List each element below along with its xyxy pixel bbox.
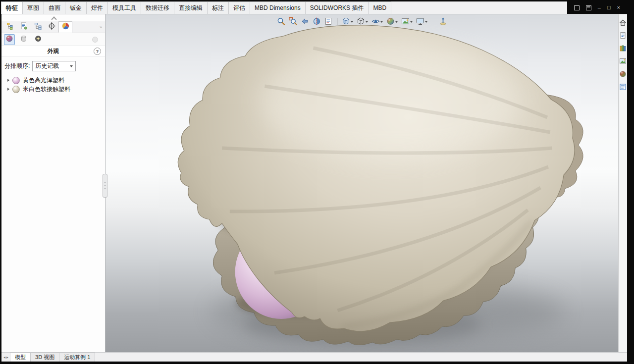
dimxpert-crosshair-icon <box>48 22 56 32</box>
expand-caret-icon[interactable] <box>7 88 9 91</box>
view-settings-icon[interactable] <box>415 16 428 27</box>
edit-appearance-icon[interactable] <box>385 16 399 27</box>
tab-3d-views[interactable]: 3D 视图 <box>30 353 59 362</box>
zoom-to-area-icon[interactable] <box>287 16 298 27</box>
ribbon-tab-markup[interactable]: 标注 <box>207 1 229 14</box>
zoom-to-fit-icon[interactable] <box>275 16 286 27</box>
design-library-icon[interactable] <box>619 44 627 52</box>
maximize-button[interactable]: □ <box>607 5 611 10</box>
heads-up-view-toolbar <box>275 16 448 27</box>
dynamic-annotation-views-icon[interactable] <box>323 16 334 27</box>
ribbon-tab-mbd[interactable]: MBD <box>368 1 391 14</box>
ribbon-tab-data-migration[interactable]: 数据迁移 <box>141 1 174 14</box>
ribbon-tab-label: 曲面 <box>49 4 60 12</box>
panel-title: 外观 <box>48 47 59 55</box>
sort-order-dropdown[interactable]: 历史记载 <box>32 61 76 71</box>
graphics-area[interactable] <box>106 14 618 353</box>
feature-manager-panel: » <box>1 14 106 353</box>
tab-featuremanager-design-tree[interactable] <box>3 21 17 33</box>
tab-propertymanager[interactable] <box>17 21 31 33</box>
appearance-sphere-icon <box>12 86 20 93</box>
tab-configurationmanager[interactable] <box>31 21 45 33</box>
ribbon-tab-sheet-metal[interactable]: 钣金 <box>65 1 87 14</box>
scene-lights-icon <box>34 35 42 45</box>
ribbon-tab-label: 直接编辑 <box>179 4 203 12</box>
ribbon-tab-solidworks-addins[interactable]: SOLIDWORKS 插件 <box>305 1 369 14</box>
tree-item-appearance-1[interactable]: 黄色高光泽塑料 <box>1 76 105 85</box>
ribbon-tab-mold-tools[interactable]: 模具工具 <box>107 1 141 14</box>
sort-order-value: 历史记载 <box>35 62 59 70</box>
status-tab-label: 3D 视图 <box>35 354 54 361</box>
view-palette-icon[interactable] <box>619 57 627 65</box>
task-pane-strip <box>618 14 627 353</box>
decal-cylinder-icon <box>20 35 28 45</box>
solidworks-resources-icon[interactable] <box>619 31 627 39</box>
ribbon-tab-sketch[interactable]: 草图 <box>22 1 44 14</box>
ribbon-tab-label: 模具工具 <box>112 4 136 12</box>
displaymanager-toolbar <box>1 33 105 46</box>
ribbon-tab-direct-editing[interactable]: 直接编辑 <box>174 1 208 14</box>
ribbon-tab-surfaces[interactable]: 曲面 <box>44 1 65 14</box>
previous-view-icon[interactable] <box>299 16 310 27</box>
panel-title-bar: 外观 ? <box>1 46 105 57</box>
ribbon-tab-features[interactable]: 特征 <box>1 1 23 14</box>
ribbon-tab-label: 数据迁移 <box>146 4 169 12</box>
tree-item-appearance-2[interactable]: 米白色软接触塑料 <box>1 85 105 94</box>
panel-splitter-handle[interactable] <box>103 174 107 198</box>
preview-disabled-icon <box>90 34 101 45</box>
view-appearances-button[interactable] <box>4 34 15 45</box>
chevron-down-icon <box>70 65 73 67</box>
ribbon-tab-evaluate[interactable]: 评估 <box>228 1 250 14</box>
manager-tab-strip: » <box>1 21 105 33</box>
window-controls: – □ × <box>567 1 627 14</box>
hide-show-items-icon[interactable] <box>370 16 384 27</box>
sort-order-row: 分排顺序: 历史记载 <box>1 57 105 74</box>
custom-properties-icon[interactable] <box>619 83 627 91</box>
tab-dimxpertmanager[interactable] <box>45 21 58 33</box>
float-window-icon[interactable] <box>574 5 580 10</box>
close-button[interactable]: × <box>617 5 620 10</box>
dock-window-icon[interactable] <box>586 5 591 10</box>
ribbon-tab-label: 草图 <box>27 4 39 12</box>
scroll-right-icon[interactable]: ▸ <box>6 355 8 360</box>
tab-model[interactable]: 模型 <box>10 353 31 362</box>
solidworks-window: 特征 草图 曲面 钣金 焊件 模具工具 数据迁移 直接编辑 标注 评估 MBD … <box>1 1 627 362</box>
ribbon-tab-label: MBD Dimensions <box>255 4 301 11</box>
ribbon-tab-label: 标注 <box>212 4 224 12</box>
scroll-left-icon[interactable]: ◂ <box>3 355 5 360</box>
tab-scroll-arrows[interactable]: ◂ ▸ <box>1 353 10 362</box>
main-area: » <box>1 14 627 353</box>
propertymanager-icon <box>20 22 28 32</box>
reference-axis-icon[interactable] <box>437 16 448 27</box>
tab-displaymanager[interactable] <box>58 21 72 33</box>
panel-collapse-icon[interactable] <box>52 16 55 20</box>
tab-overflow-icon[interactable]: » <box>100 21 102 33</box>
section-view-icon[interactable] <box>311 16 322 27</box>
minimize-button[interactable]: – <box>598 5 601 10</box>
view-decals-button[interactable] <box>18 34 29 45</box>
status-tab-label: 运动算例 1 <box>64 354 90 361</box>
expand-caret-icon[interactable] <box>7 79 9 82</box>
appearance-sphere-icon <box>12 77 20 84</box>
design-tree-icon <box>6 22 14 32</box>
apply-scene-icon[interactable] <box>400 16 414 27</box>
ribbon-tab-weldments[interactable]: 焊件 <box>86 1 108 14</box>
ribbon-tab-label: 焊件 <box>91 4 103 12</box>
3d-model-scene[interactable] <box>106 14 618 353</box>
tree-item-label: 黄色高光泽塑料 <box>23 76 64 85</box>
displaymanager-pie-icon <box>61 22 70 32</box>
configurationmanager-icon <box>34 22 42 32</box>
ribbon-tab-bar: 特征 草图 曲面 钣金 焊件 模具工具 数据迁移 直接编辑 标注 评估 MBD … <box>1 1 627 14</box>
ribbon-tab-label: MBD <box>373 4 386 11</box>
view-scene-lights-cameras-button[interactable] <box>33 34 44 45</box>
ribbon-tab-label: 评估 <box>233 4 245 12</box>
ribbon-tab-label: 特征 <box>6 4 18 12</box>
help-icon[interactable]: ? <box>94 48 101 55</box>
display-style-icon[interactable] <box>355 16 369 27</box>
appearances-scenes-icon[interactable] <box>619 70 627 78</box>
view-orientation-icon[interactable] <box>340 16 354 27</box>
ribbon-tab-mbd-dimensions[interactable]: MBD Dimensions <box>250 1 306 14</box>
home-icon[interactable] <box>619 18 627 26</box>
tab-motion-study-1[interactable]: 运动算例 1 <box>59 353 95 362</box>
status-bar: ◂ ▸ 模型 3D 视图 运动算例 1 <box>1 352 627 362</box>
